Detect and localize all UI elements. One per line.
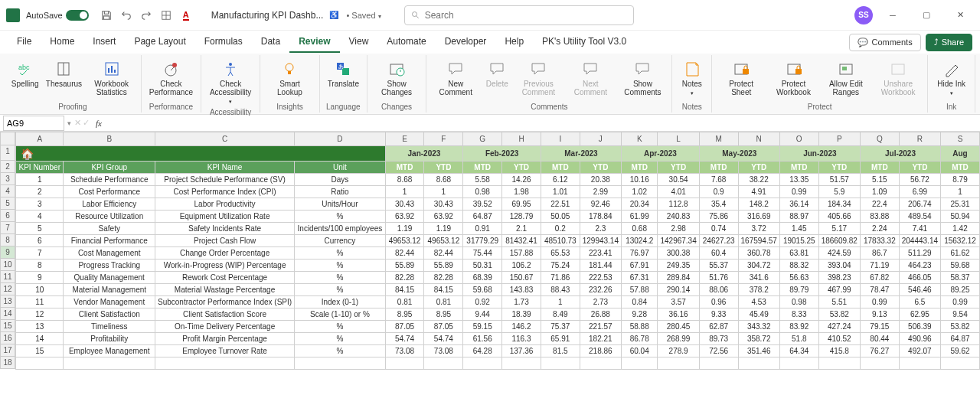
cell[interactable]: 7 [16, 247, 64, 260]
tab-pk-s-utility-tool-v-[interactable]: PK's Utility Tool V3.0 [533, 31, 635, 53]
cell[interactable]: 1 [941, 186, 980, 198]
close-button[interactable]: ✕ [946, 5, 974, 26]
cell[interactable]: 157.88 [502, 247, 541, 260]
cell[interactable]: Employee Management [64, 345, 155, 357]
cell[interactable]: % [295, 321, 386, 333]
cell[interactable]: 20.38 [580, 174, 621, 186]
cell[interactable]: 1.02 [622, 186, 658, 198]
cell[interactable]: 150.67 [502, 272, 541, 284]
col-header[interactable]: H [502, 132, 541, 146]
tab-automate[interactable]: Automate [377, 31, 435, 53]
cell[interactable]: Scale (1-10) or % [295, 308, 386, 321]
cell[interactable]: 82.44 [424, 247, 463, 260]
cell[interactable]: 88.06 [699, 284, 738, 296]
cell[interactable]: 36.16 [658, 308, 699, 321]
ribbon-new-comment[interactable]: New Comment [430, 58, 482, 98]
row-header[interactable]: 12 [0, 283, 15, 295]
cell[interactable]: Schedule Performance [64, 174, 155, 186]
col-header[interactable]: P [818, 132, 860, 146]
cell[interactable]: 38.22 [738, 174, 779, 186]
row-header[interactable]: 7 [0, 222, 15, 234]
cell[interactable]: Ratio [295, 186, 386, 198]
row-header[interactable]: 13 [0, 295, 15, 308]
cell[interactable]: 466.05 [899, 272, 940, 284]
cell[interactable]: 50.31 [463, 260, 502, 272]
cell[interactable]: 12 [16, 308, 64, 321]
cell[interactable]: 51.8 [779, 333, 818, 345]
col-header[interactable]: K [622, 132, 658, 146]
cell[interactable]: 424.59 [818, 247, 860, 260]
tab-file[interactable]: File [8, 31, 41, 53]
cell[interactable]: 290.14 [658, 284, 699, 296]
cell[interactable]: 304.72 [738, 260, 779, 272]
cell[interactable]: 67.82 [860, 272, 899, 284]
borders-icon[interactable] [158, 8, 174, 23]
cell[interactable] [502, 357, 541, 370]
cell[interactable]: Financial Performance [64, 235, 155, 247]
cell[interactable]: 79.15 [860, 321, 899, 333]
ribbon-workbook-statistics[interactable]: Workbook Statistics [86, 58, 138, 98]
row-header[interactable]: 5 [0, 198, 15, 210]
cell[interactable]: 3.57 [658, 296, 699, 308]
cell[interactable] [385, 357, 424, 370]
cell[interactable]: 75.44 [463, 247, 502, 260]
cell[interactable]: 81.5 [541, 345, 580, 357]
cell[interactable]: 75.86 [699, 211, 738, 223]
redo-icon[interactable] [139, 8, 154, 23]
cell[interactable]: 5.58 [463, 174, 502, 186]
select-all-corner[interactable] [0, 132, 15, 145]
cell[interactable]: 0.99 [941, 296, 980, 308]
cell[interactable]: 181.44 [580, 260, 621, 272]
cell[interactable]: 87.05 [424, 321, 463, 333]
cell[interactable] [818, 357, 860, 370]
cell[interactable]: 15 [16, 345, 64, 357]
cell[interactable]: 9.28 [622, 308, 658, 321]
cell[interactable]: 22.4 [860, 198, 899, 211]
row-header[interactable]: 1 [0, 145, 15, 161]
cell[interactable]: 67.31 [622, 272, 658, 284]
cell[interactable]: % [295, 247, 386, 260]
cell[interactable]: 60.04 [622, 345, 658, 357]
cell[interactable]: 55.37 [699, 260, 738, 272]
ribbon-translate[interactable]: あTranslate [323, 58, 364, 90]
cell[interactable]: 56.72 [899, 174, 940, 186]
cell[interactable]: 84.15 [385, 284, 424, 296]
cell[interactable] [580, 357, 621, 370]
cell[interactable]: 63.92 [424, 211, 463, 223]
col-header[interactable]: Q [860, 132, 899, 146]
cell[interactable]: On-Time Delivery Percentage [155, 321, 295, 333]
cell[interactable]: 2.24 [860, 223, 899, 235]
cell[interactable]: 0.68 [622, 223, 658, 235]
cell[interactable]: 0.74 [699, 223, 738, 235]
cell[interactable]: 17833.32 [860, 235, 899, 247]
ribbon-show-changes[interactable]: Show Changes [371, 58, 423, 98]
col-header[interactable]: E [385, 132, 424, 146]
cell[interactable]: Client Satisfaction [64, 308, 155, 321]
cell[interactable]: 1 [385, 186, 424, 198]
cell[interactable]: 268.99 [658, 333, 699, 345]
ribbon-spelling[interactable]: abcSpelling [8, 58, 42, 90]
cell[interactable]: 289.84 [658, 272, 699, 284]
cell[interactable]: 6.12 [541, 174, 580, 186]
cell[interactable]: 492.07 [899, 345, 940, 357]
cell[interactable]: 78.47 [860, 284, 899, 296]
cell[interactable] [699, 357, 738, 370]
cell[interactable]: 68.39 [463, 272, 502, 284]
cell[interactable]: 393.04 [818, 260, 860, 272]
tab-formulas[interactable]: Formulas [195, 31, 252, 53]
cell[interactable] [541, 357, 580, 370]
cell[interactable]: 59.62 [941, 345, 980, 357]
cell[interactable]: 112.8 [658, 198, 699, 211]
cell[interactable]: 378.2 [738, 284, 779, 296]
cell[interactable]: Project Schedule Performance (SV) [155, 174, 295, 186]
search-input[interactable] [425, 10, 627, 21]
cell[interactable]: 232.26 [580, 284, 621, 296]
cell[interactable]: % [295, 211, 386, 223]
cell[interactable]: Incidents/100 employees [295, 223, 386, 235]
cancel-formula-icon[interactable]: ✕ [74, 118, 81, 128]
cell[interactable]: 67.91 [622, 260, 658, 272]
cell[interactable]: 0.99 [779, 186, 818, 198]
cell[interactable]: 204443.14 [899, 235, 940, 247]
ribbon-protect-sheet[interactable]: Protect Sheet [715, 58, 767, 98]
cell[interactable]: 59.68 [941, 260, 980, 272]
